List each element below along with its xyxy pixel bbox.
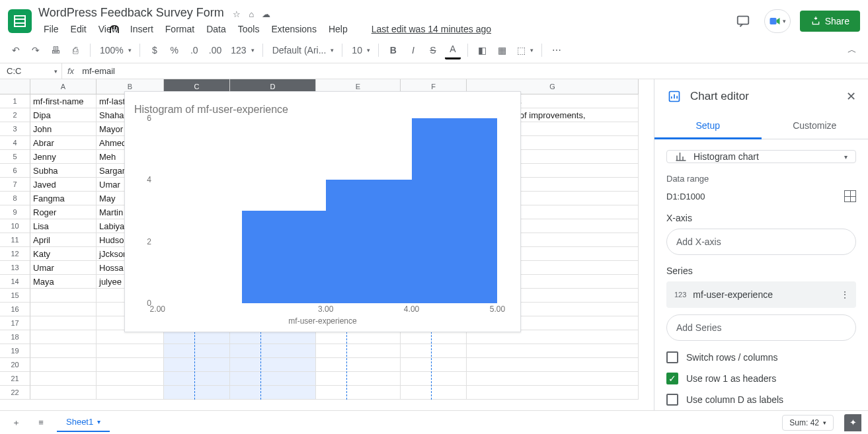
cell[interactable] — [164, 372, 230, 386]
add-sheet-button[interactable]: ＋ — [7, 414, 25, 432]
fill-color-button[interactable]: ◧ — [475, 41, 491, 59]
share-button[interactable]: Share — [800, 11, 860, 32]
cell[interactable] — [401, 344, 467, 358]
cell[interactable] — [30, 386, 97, 400]
cell[interactable]: Lisa — [30, 219, 97, 233]
row-header[interactable]: 1 — [0, 94, 30, 108]
row-header[interactable]: 22 — [0, 386, 30, 400]
cell[interactable] — [316, 372, 401, 386]
col-header-a[interactable]: A — [30, 79, 97, 94]
font-dropdown[interactable]: Default (Ari... — [270, 41, 336, 59]
name-box[interactable]: C:C — [0, 63, 62, 79]
cell[interactable] — [230, 386, 316, 400]
cloud-icon[interactable]: ☁ — [262, 9, 270, 19]
cell[interactable] — [30, 289, 97, 303]
explore-button[interactable]: ✦ — [844, 414, 861, 431]
menu-file[interactable]: File — [38, 21, 64, 37]
row-header[interactable]: 17 — [0, 316, 30, 330]
menu-extensions[interactable]: Extensions — [266, 21, 321, 37]
decrease-decimal-button[interactable]: .0 — [186, 41, 202, 59]
row-header[interactable]: 16 — [0, 303, 30, 316]
cell[interactable]: John — [30, 122, 97, 136]
star-icon[interactable]: ☆ — [233, 9, 241, 19]
tab-customize[interactable]: Customize — [762, 114, 869, 139]
menu-view[interactable]: View — [93, 21, 124, 37]
cell[interactable] — [467, 330, 639, 344]
meet-button[interactable]: ▾ — [764, 9, 791, 33]
borders-button[interactable]: ▦ — [494, 41, 510, 59]
comment-history-icon[interactable] — [731, 9, 755, 33]
data-range-value[interactable]: D1:D1000 — [666, 192, 705, 201]
row-header[interactable]: 15 — [0, 289, 30, 303]
cell[interactable]: April — [30, 233, 97, 247]
cell[interactable] — [316, 358, 401, 372]
increase-decimal-button[interactable]: .00 — [206, 41, 224, 59]
cell[interactable] — [97, 372, 164, 386]
cell[interactable] — [30, 358, 97, 372]
quicksum-dropdown[interactable]: Sum: 42▾ — [782, 415, 834, 431]
cell[interactable] — [30, 303, 97, 316]
cell[interactable] — [30, 330, 97, 344]
tab-setup[interactable]: Setup — [654, 114, 762, 139]
chart-type-dropdown[interactable]: Histogram chart — [666, 150, 856, 163]
cell[interactable] — [97, 358, 164, 372]
format-percent-button[interactable]: % — [167, 41, 182, 59]
row-header[interactable]: 7 — [0, 178, 30, 192]
cell[interactable] — [164, 344, 230, 358]
format-currency-button[interactable]: $ — [147, 41, 163, 59]
cell[interactable] — [316, 330, 401, 344]
cell[interactable]: mf-first-name — [30, 94, 97, 108]
select-all-corner[interactable] — [0, 79, 30, 94]
formula-input[interactable]: mf-email — [79, 66, 868, 76]
cell[interactable] — [97, 386, 164, 400]
series-more-icon[interactable]: ⋮ — [840, 289, 849, 300]
chart-overlay[interactable]: Histogram of mf-user-experience 0246 2.0… — [124, 91, 521, 332]
row-header[interactable]: 5 — [0, 150, 30, 164]
row-header[interactable]: 12 — [0, 247, 30, 261]
menu-tools[interactable]: Tools — [233, 21, 265, 37]
row1-headers-checkbox[interactable]: ✓Use row 1 as headers — [666, 373, 856, 384]
row-header[interactable]: 18 — [0, 330, 30, 344]
row-header[interactable]: 11 — [0, 233, 30, 247]
zoom-dropdown[interactable]: 100% — [97, 41, 133, 59]
cell[interactable] — [230, 358, 316, 372]
cell[interactable]: Jenny — [30, 150, 97, 164]
cell[interactable] — [401, 330, 467, 344]
text-color-button[interactable]: A — [445, 41, 461, 59]
cell[interactable] — [230, 372, 316, 386]
cell[interactable] — [316, 344, 401, 358]
cell[interactable] — [230, 344, 316, 358]
cell[interactable] — [467, 372, 639, 386]
print-button[interactable]: 🖶 — [48, 41, 63, 59]
add-series-button[interactable]: Add Series — [666, 314, 856, 341]
menu-data[interactable]: Data — [201, 21, 231, 37]
bold-button[interactable]: B — [385, 41, 401, 59]
cell[interactable] — [30, 316, 97, 330]
cell[interactable]: Umar — [30, 261, 97, 275]
font-size-dropdown[interactable]: 10 — [349, 41, 372, 59]
cell[interactable] — [401, 358, 467, 372]
cell[interactable] — [401, 386, 467, 400]
row-header[interactable]: 14 — [0, 275, 30, 289]
collapse-toolbar-button[interactable]: ︿ — [844, 41, 860, 59]
redo-button[interactable]: ↷ — [28, 41, 44, 59]
row-header[interactable]: 13 — [0, 261, 30, 275]
doc-title-input[interactable]: WordPress Feedback Survey Form — [38, 6, 224, 20]
menu-format[interactable]: Format — [160, 21, 200, 37]
row-header[interactable]: 8 — [0, 192, 30, 205]
row-header[interactable]: 10 — [0, 219, 30, 233]
menu-help[interactable]: Help — [323, 21, 353, 37]
cell[interactable] — [30, 372, 97, 386]
row-header[interactable]: 6 — [0, 164, 30, 178]
cell[interactable]: Abrar — [30, 136, 97, 150]
menu-insert[interactable]: Insert — [125, 21, 159, 37]
move-icon[interactable]: ⌂ — [249, 9, 254, 19]
all-sheets-button[interactable]: ≡ — [32, 414, 50, 432]
cell[interactable] — [97, 330, 164, 344]
cell[interactable]: Subha — [30, 164, 97, 178]
row-header[interactable]: 3 — [0, 122, 30, 136]
row-header[interactable]: 9 — [0, 205, 30, 219]
last-edit-link[interactable]: Last edit was 14 minutes ago — [366, 21, 496, 37]
strikethrough-button[interactable]: S — [425, 41, 441, 59]
cell[interactable]: Maya — [30, 275, 97, 289]
